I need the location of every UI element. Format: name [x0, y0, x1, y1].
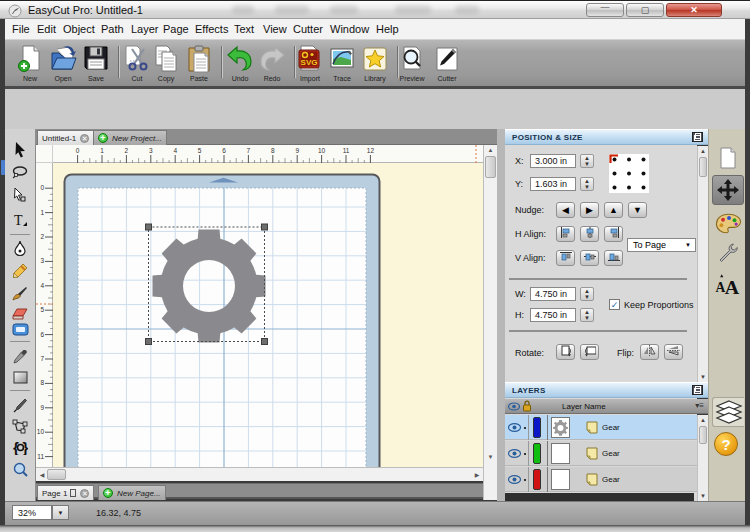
- svg-text:9: 9: [40, 404, 44, 411]
- svg-text:2: 2: [125, 147, 129, 154]
- svg-text:1: 1: [40, 209, 44, 216]
- svg-text:T: T: [14, 213, 23, 228]
- svg-text:8: 8: [271, 147, 275, 154]
- svg-text:6: 6: [40, 331, 44, 338]
- svg-text:9: 9: [295, 147, 299, 154]
- svg-text:3: 3: [149, 147, 153, 154]
- svg-text:4: 4: [173, 147, 177, 154]
- svg-text:5: 5: [198, 147, 202, 154]
- svg-text:10: 10: [318, 147, 326, 154]
- svg-text:0: 0: [76, 147, 80, 154]
- svg-text:7: 7: [247, 147, 251, 154]
- svg-text:A: A: [725, 275, 740, 295]
- svg-text:6: 6: [222, 147, 226, 154]
- svg-text:0: 0: [40, 184, 44, 191]
- svg-text:4: 4: [40, 282, 44, 289]
- svg-text:11: 11: [343, 147, 350, 154]
- svg-text:11: 11: [37, 453, 44, 460]
- svg-text:}: }: [22, 440, 28, 455]
- svg-text:1: 1: [100, 147, 104, 154]
- svg-text:8: 8: [40, 379, 44, 386]
- svg-text:10: 10: [37, 428, 45, 435]
- svg-text:5: 5: [40, 306, 44, 313]
- svg-text:SVG: SVG: [301, 58, 318, 67]
- svg-text:2: 2: [40, 233, 44, 240]
- svg-text:12: 12: [367, 147, 375, 154]
- svg-text:7: 7: [40, 355, 44, 362]
- svg-text:3: 3: [40, 257, 44, 264]
